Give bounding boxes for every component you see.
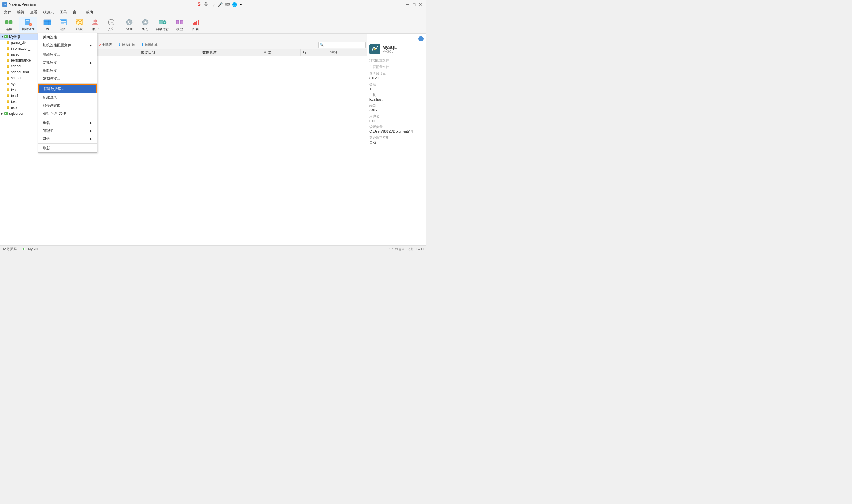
maximize-button[interactable]: □: [411, 1, 417, 7]
menu-view[interactable]: 查看: [27, 9, 40, 16]
new-query-label: 新建查询: [22, 27, 35, 31]
info-icon[interactable]: i: [418, 36, 424, 41]
svg-rect-41: [6, 36, 7, 37]
delete-table-btn[interactable]: ✕ 删除表: [97, 42, 114, 48]
svg-rect-37: [198, 19, 199, 25]
toolbar-function[interactable]: f(x) 函数: [72, 17, 87, 33]
close-button[interactable]: ✕: [418, 1, 424, 7]
tray-icon-1[interactable]: S: [196, 1, 202, 7]
sidebar-db-school_find[interactable]: school_find: [0, 69, 38, 75]
menu-edit[interactable]: 编辑: [14, 9, 27, 16]
function-icon: f(x): [75, 18, 84, 26]
info-charset: 客户端字符集 自动: [369, 136, 424, 145]
tray-icon-6[interactable]: 🌐: [232, 1, 238, 7]
menu-help[interactable]: 帮助: [83, 9, 96, 16]
svg-point-47: [6, 49, 10, 50]
sidebar-db-sys[interactable]: sys: [0, 81, 38, 87]
ctx-new-query[interactable]: 新建查询: [38, 93, 97, 102]
db-label-sys: sys: [11, 82, 16, 86]
export-btn[interactable]: ⬆ 导出向导: [139, 42, 160, 48]
ctx-new-db[interactable]: 新建数据库...: [38, 84, 97, 93]
toolbar-backup[interactable]: 备份: [138, 17, 153, 33]
tray-icon-5[interactable]: ⌨: [224, 1, 231, 7]
new-query-icon: +: [24, 18, 32, 26]
tray-icon-4[interactable]: 🎤: [217, 1, 223, 7]
sidebar-db-test1[interactable]: test1: [0, 93, 38, 99]
ctx-run-sql[interactable]: 运行 SQL 文件...: [38, 109, 97, 118]
ctx-cmd-line[interactable]: 命令列界面...: [38, 102, 97, 109]
menu-file[interactable]: 文件: [1, 9, 14, 16]
sidebar-item-sqlserver[interactable]: ▶ sqlserver: [0, 111, 38, 116]
status-watermark: CSDN @国中之树: [389, 247, 413, 251]
db-label-school_find: school_find: [11, 70, 29, 74]
ctx-copy-conn[interactable]: 复制连接...: [38, 75, 97, 83]
import-btn[interactable]: ⬇ 导入向导: [116, 42, 137, 48]
svg-point-53: [6, 61, 10, 62]
ctx-color[interactable]: 颜色 ▶: [38, 135, 97, 143]
sidebar-db-test[interactable]: test: [0, 87, 38, 93]
model-label: 模型: [176, 27, 183, 31]
tray-icon-7[interactable]: ⋯: [239, 1, 244, 7]
tray-icon-3[interactable]: ·,·: [210, 1, 216, 7]
toolbar-auto-run[interactable]: 自动运行: [153, 17, 171, 33]
ctx-edit-conn[interactable]: 编辑连接...: [38, 51, 97, 59]
view-icon-2[interactable]: ≡: [418, 247, 420, 251]
mysql-conn-icon: [4, 35, 8, 39]
view-icon-1[interactable]: ⊞: [415, 247, 417, 251]
search-icon: 🔍: [320, 43, 324, 47]
user-icon: [91, 18, 99, 26]
connect-label: 连接: [6, 27, 12, 31]
tray-icon-2[interactable]: 英: [203, 1, 209, 7]
auto-run-label: 自动运行: [156, 27, 169, 31]
query-label: 查询: [126, 27, 132, 31]
sidebar-db-school[interactable]: school: [0, 63, 38, 69]
ctx-manage-group[interactable]: 管理组 ▶: [38, 127, 97, 135]
col-engine: 引擎: [261, 49, 300, 56]
toolbar-user[interactable]: 用户: [88, 17, 103, 33]
sidebar-db-user[interactable]: user: [0, 105, 38, 111]
sqlserver-expand-icon[interactable]: ▶: [1, 112, 4, 115]
auto-run-icon: [158, 18, 166, 26]
db-icon-mysql: [6, 52, 10, 56]
svg-rect-85: [24, 249, 25, 250]
chart-label: 图表: [192, 27, 199, 31]
menu-window[interactable]: 窗口: [70, 9, 83, 16]
db-icon-school: [6, 64, 10, 68]
ctx-close-conn[interactable]: 关闭连接: [38, 33, 97, 41]
svg-point-24: [112, 22, 113, 23]
toolbar-new-query[interactable]: + 新建查询: [19, 17, 37, 33]
conn-header: MySQL MySQL: [369, 44, 424, 54]
sidebar-item-mysql[interactable]: ▼ MySQL: [0, 34, 38, 40]
db-label-information: information_: [11, 47, 31, 51]
toolbar-model[interactable]: 模型: [172, 17, 187, 33]
svg-point-82: [374, 48, 376, 50]
ctx-refresh[interactable]: 刷新: [38, 144, 97, 152]
search-input[interactable]: [325, 43, 364, 47]
sidebar-db-information[interactable]: information_: [0, 46, 38, 52]
sidebar-db-mysql[interactable]: mysql: [0, 52, 38, 57]
ctx-new-conn[interactable]: 新建连接 ▶: [38, 59, 97, 67]
menu-favorites[interactable]: 收藏夹: [40, 9, 57, 16]
ctx-reload[interactable]: 重载 ▶: [38, 119, 97, 127]
sidebar-db-school1[interactable]: school1: [0, 75, 38, 81]
minimize-button[interactable]: ─: [405, 1, 411, 7]
toolbar-other[interactable]: 其它: [104, 17, 119, 33]
toolbar-view[interactable]: 视图: [56, 17, 71, 33]
view-icon-3[interactable]: ⊟: [421, 247, 424, 251]
toolbar-chart[interactable]: 图表: [188, 17, 203, 33]
sidebar-db-text[interactable]: text: [0, 99, 38, 105]
mysql-expand-icon[interactable]: ▼: [1, 35, 4, 38]
ctx-switch-conn-config[interactable]: 切换连接配置文件 ▶: [38, 41, 97, 49]
model-icon: [176, 18, 184, 26]
col-comment: 注释: [328, 49, 366, 56]
sidebar-db-performance[interactable]: performance: [0, 57, 38, 63]
svg-rect-1: [10, 20, 13, 24]
menu-tools[interactable]: 工具: [57, 9, 70, 16]
title-bar: N Navicat Premium S 英 ·,· 🎤 ⌨ 🌐 ⋯ ─ □ ✕: [0, 0, 426, 9]
ctx-delete-conn[interactable]: 删除连接: [38, 67, 97, 75]
toolbar-query[interactable]: Q 查询: [122, 17, 137, 33]
toolbar-connect[interactable]: 连接: [1, 17, 17, 33]
sidebar-db-game_db[interactable]: game_db: [0, 40, 38, 46]
svg-text:f(x): f(x): [76, 20, 83, 24]
toolbar-table[interactable]: 表: [40, 17, 55, 33]
